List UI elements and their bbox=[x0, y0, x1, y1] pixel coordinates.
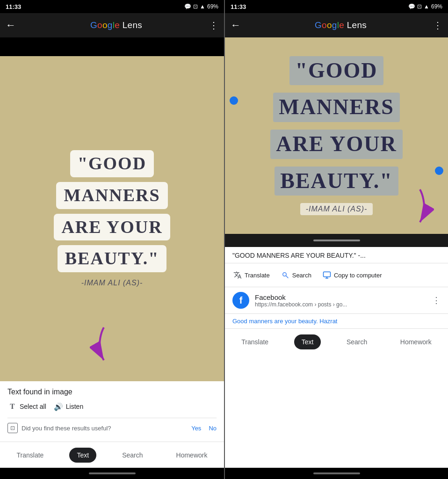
right-bottom-nav: Translate Text Search Homework bbox=[225, 328, 448, 355]
right-facebook-result[interactable]: f Facebook https://m.facebook.com › post… bbox=[225, 287, 448, 314]
left-phone-panel: 11:33 💬 ⊡ ▲ 69% ← Google Lens ⋮ "GOOD MA… bbox=[0, 0, 224, 479]
feedback-icon: ⊡ bbox=[7, 423, 18, 433]
right-quote-line-4: BEAUTY." bbox=[275, 167, 398, 196]
left-bottom-nav: Translate Text Search Homework bbox=[0, 442, 224, 468]
right-top-bar: ← Google Lens ⋮ bbox=[225, 13, 448, 37]
right-nav-homework[interactable]: Homework bbox=[393, 334, 439, 349]
translate-label: Translate bbox=[245, 272, 270, 279]
left-quote-line-1: "GOOD bbox=[70, 150, 154, 177]
left-feedback-row: ⊡ Did you find these results useful? Yes… bbox=[7, 418, 217, 438]
svg-rect-4 bbox=[323, 272, 330, 277]
right-app-title: Google Lens bbox=[248, 20, 433, 30]
feedback-yes-button[interactable]: Yes bbox=[191, 425, 201, 432]
left-more-button[interactable]: ⋮ bbox=[209, 20, 218, 31]
right-device-bottom-bar bbox=[225, 234, 448, 247]
right-search-button[interactable]: Search bbox=[276, 268, 316, 282]
left-quote-image: "GOOD MANNERS ARE YOUR BEAUTY." -IMAM AL… bbox=[0, 56, 224, 381]
left-quote-line-2: MANNERS bbox=[56, 182, 167, 209]
right-nav-text[interactable]: Text bbox=[294, 334, 321, 349]
right-quote-image: "GOOD MANNERS ARE YOUR BEAUTY." -IMAM AL… bbox=[225, 37, 448, 234]
left-arrow-indicator bbox=[90, 325, 118, 367]
right-device-home-bar bbox=[313, 240, 360, 241]
right-result-title: Facebook bbox=[255, 293, 426, 301]
left-select-all-button[interactable]: 𝐓 Select all bbox=[7, 402, 46, 411]
right-selected-text-bar: "GOOD MANNERS ARE YOUR BEAUTY." -... bbox=[225, 247, 448, 263]
right-status-bar: 11:33 💬 ⊡ ▲ 69% bbox=[225, 0, 448, 13]
svg-line-3 bbox=[286, 276, 288, 278]
left-listen-button[interactable]: 🔊 Listen bbox=[54, 402, 83, 411]
right-attribution: -IMAM ALI (AS)- bbox=[300, 203, 373, 215]
right-quote-line-2: MANNERS bbox=[273, 93, 400, 122]
left-text-actions: 𝐓 Select all 🔊 Listen bbox=[7, 402, 217, 411]
right-translate-button[interactable]: Translate bbox=[229, 268, 275, 282]
google-search-icon bbox=[281, 271, 289, 279]
right-more-button[interactable]: ⋮ bbox=[433, 20, 442, 31]
left-home-bar bbox=[89, 472, 136, 474]
right-result-more-button[interactable]: ⋮ bbox=[432, 295, 441, 305]
left-status-time: 11:33 bbox=[6, 3, 21, 10]
screenshot-icon: ⊡ bbox=[193, 3, 198, 10]
left-quote-line-4: BEAUTY." bbox=[58, 245, 166, 272]
left-top-bar: ← Google Lens ⋮ bbox=[0, 13, 224, 37]
right-bottom-panel: "GOOD MANNERS ARE YOUR BEAUTY." -... Tra… bbox=[225, 247, 448, 468]
right-battery-icon: 69% bbox=[431, 3, 442, 10]
left-attribution: -IMAM ALI (AS)- bbox=[81, 279, 143, 287]
left-status-bar: 11:33 💬 ⊡ ▲ 69% bbox=[0, 0, 224, 13]
wifi-icon: ▲ bbox=[200, 3, 205, 10]
right-result-url: https://m.facebook.com › posts › go... bbox=[255, 301, 426, 308]
right-result-snippet: Good manners are your beauty. Hazrat bbox=[225, 314, 448, 328]
right-message-icon: 💬 bbox=[408, 3, 415, 10]
copy-computer-icon bbox=[323, 271, 331, 279]
right-home-bar bbox=[313, 472, 360, 474]
right-home-indicator bbox=[225, 468, 448, 479]
right-selected-text: "GOOD MANNERS ARE YOUR BEAUTY." -... bbox=[232, 252, 441, 259]
feedback-question: Did you find these results useful? bbox=[22, 425, 188, 432]
left-selection-dot bbox=[230, 96, 238, 105]
right-copy-to-computer-button[interactable]: Copy to computer bbox=[318, 268, 387, 282]
text-icon: 𝐓 bbox=[7, 402, 17, 411]
left-quote-line-3: ARE YOUR bbox=[54, 214, 170, 241]
search-label: Search bbox=[292, 272, 311, 279]
left-status-icons: 💬 ⊡ ▲ 69% bbox=[184, 3, 218, 10]
right-quote-line-3: ARE YOUR bbox=[270, 130, 402, 159]
right-screenshot-icon: ⊡ bbox=[417, 3, 422, 10]
right-status-time: 11:33 bbox=[231, 3, 246, 10]
left-nav-homework[interactable]: Homework bbox=[169, 448, 215, 463]
battery-icon: 69% bbox=[207, 3, 218, 10]
message-icon: 💬 bbox=[184, 3, 191, 10]
right-status-icons: 💬 ⊡ ▲ 69% bbox=[408, 3, 442, 10]
right-nav-search[interactable]: Search bbox=[339, 334, 375, 349]
left-back-button[interactable]: ← bbox=[6, 19, 16, 31]
right-result-info: Facebook https://m.facebook.com › posts … bbox=[255, 293, 426, 308]
left-image-area: "GOOD MANNERS ARE YOUR BEAUTY." -IMAM AL… bbox=[0, 56, 224, 381]
right-arrow-indicator bbox=[406, 187, 434, 229]
right-image-area: "GOOD MANNERS ARE YOUR BEAUTY." -IMAM AL… bbox=[225, 37, 448, 234]
right-wifi-icon: ▲ bbox=[424, 3, 429, 10]
select-all-label: Select all bbox=[20, 403, 46, 410]
left-bottom-panel: Text found in image 𝐓 Select all 🔊 Liste… bbox=[0, 381, 224, 468]
listen-label: Listen bbox=[66, 403, 83, 410]
right-action-row: Translate Search bbox=[225, 263, 448, 287]
left-nav-search[interactable]: Search bbox=[115, 448, 150, 463]
left-text-found-section: Text found in image 𝐓 Select all 🔊 Liste… bbox=[0, 381, 224, 442]
facebook-icon: f bbox=[232, 292, 249, 309]
right-selection-dot bbox=[435, 167, 443, 175]
left-app-title: Google Lens bbox=[23, 20, 209, 30]
right-nav-translate[interactable]: Translate bbox=[234, 334, 276, 349]
right-back-button[interactable]: ← bbox=[231, 19, 241, 31]
left-home-indicator bbox=[0, 468, 224, 479]
right-phone-panel: 11:33 💬 ⊡ ▲ 69% ← Google Lens ⋮ "GOOD bbox=[224, 0, 448, 479]
copy-label: Copy to computer bbox=[334, 272, 382, 279]
left-black-top bbox=[0, 37, 224, 56]
right-quote-line-1: "GOOD bbox=[289, 56, 383, 86]
left-nav-text[interactable]: Text bbox=[69, 448, 96, 463]
feedback-no-button[interactable]: No bbox=[209, 425, 217, 432]
translate-icon bbox=[233, 271, 242, 279]
left-text-found-title: Text found in image bbox=[7, 388, 217, 396]
speaker-icon: 🔊 bbox=[54, 402, 63, 411]
left-nav-translate[interactable]: Translate bbox=[9, 448, 51, 463]
